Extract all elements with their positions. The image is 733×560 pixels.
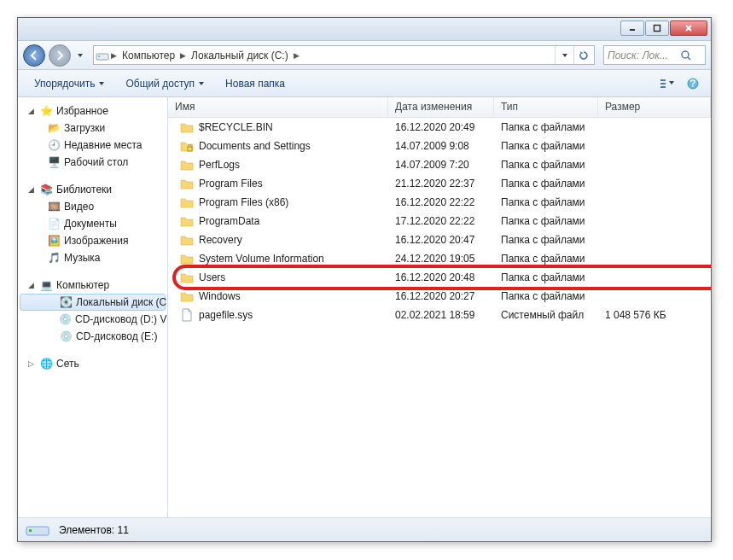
file-date: 14.07.2009 9:08: [388, 140, 494, 152]
file-row[interactable]: Documents and Settings14.07.2009 9:08Пап…: [168, 137, 711, 155]
file-row[interactable]: ProgramData17.12.2020 22:22Папка с файла…: [168, 212, 711, 230]
recent-icon: 🕘: [47, 138, 61, 152]
tree-desktop[interactable]: 🖥️Рабочий стол: [18, 154, 167, 171]
file-type: Папка с файлами: [494, 215, 598, 227]
library-icon: 📚: [39, 183, 53, 196]
file-name: Documents and Settings: [199, 140, 311, 152]
file-name: $RECYCLE.BIN: [199, 121, 273, 133]
folder-icon: [180, 214, 194, 228]
folder-icon: [180, 177, 194, 190]
col-size[interactable]: Размер: [598, 97, 711, 117]
breadcrumb-local-disk[interactable]: Локальный диск (C:): [188, 46, 292, 64]
svg-point-6: [682, 51, 689, 58]
file-row[interactable]: Users16.12.2020 20:48Папка с файлами: [168, 268, 711, 287]
maximize-button[interactable]: [645, 20, 669, 36]
document-icon: 📄: [47, 217, 61, 230]
svg-rect-1: [654, 26, 660, 32]
search-input[interactable]: [608, 50, 679, 61]
folder-icon: [180, 252, 194, 265]
file-row[interactable]: Program Files21.12.2020 22:37Папка с фай…: [168, 174, 711, 193]
tree-local-disk-c[interactable]: 💽Локальный диск (C:): [20, 294, 166, 311]
col-date[interactable]: Дата изменения: [388, 97, 494, 117]
share-button[interactable]: Общий доступ: [116, 73, 214, 94]
tree-cd-e[interactable]: 💿CD-дисковод (E:): [18, 328, 167, 345]
file-row[interactable]: System Volume Information24.12.2020 19:0…: [168, 249, 711, 268]
column-headers: Имя Дата изменения Тип Размер: [168, 97, 711, 118]
file-name: System Volume Information: [199, 253, 324, 265]
nav-tree[interactable]: ◢⭐Избранное 📂Загрузки 🕘Недавние места 🖥️…: [18, 97, 168, 517]
status-count: Элементов: 11: [59, 524, 129, 536]
tree-music[interactable]: 🎵Музыка: [18, 249, 167, 266]
folder-icon: [180, 158, 194, 172]
folder-icon: [180, 289, 194, 303]
address-dropdown[interactable]: [555, 46, 573, 64]
file-date: 16.12.2020 20:48: [388, 271, 494, 283]
col-name[interactable]: Имя: [168, 97, 388, 117]
file-name: PerfLogs: [199, 159, 240, 171]
chevron-right-icon: ▶: [178, 51, 188, 60]
forward-button[interactable]: [49, 44, 71, 67]
nav-history-dropdown[interactable]: [74, 46, 86, 65]
file-date: 16.12.2020 20:27: [388, 290, 494, 302]
file-date: 16.12.2020 20:47: [388, 234, 494, 246]
tree-computer[interactable]: ◢💻Компьютер: [18, 277, 167, 294]
address-bar[interactable]: ▶ Компьютер ▶ Локальный диск (C:) ▶: [93, 45, 595, 65]
file-list[interactable]: Имя Дата изменения Тип Размер $RECYCLE.B…: [168, 97, 711, 517]
folder-icon: [180, 233, 194, 247]
file-type: Папка с файлами: [494, 140, 598, 152]
minimize-button[interactable]: [620, 20, 644, 36]
tree-downloads[interactable]: 📂Загрузки: [18, 120, 167, 137]
tree-favorites[interactable]: ◢⭐Избранное: [18, 102, 167, 120]
refresh-button[interactable]: [573, 46, 592, 64]
tree-pictures[interactable]: 🖼️Изображения: [18, 232, 167, 249]
tree-recent[interactable]: 🕘Недавние места: [18, 137, 167, 154]
file-name: Windows: [199, 290, 241, 302]
chevron-right-icon: ▶: [292, 51, 301, 60]
file-row[interactable]: pagefile.sys02.02.2021 18:59Системный фа…: [168, 306, 711, 324]
view-button[interactable]: [656, 73, 678, 94]
titlebar: [18, 18, 711, 41]
music-icon: 🎵: [47, 251, 61, 265]
cd-icon: 💿: [59, 312, 72, 326]
help-button[interactable]: ?: [682, 73, 704, 94]
file-icon: [180, 308, 194, 322]
file-type: Папка с файлами: [494, 271, 598, 283]
search-box[interactable]: [603, 45, 706, 65]
tree-documents[interactable]: 📄Документы: [18, 215, 167, 232]
file-row[interactable]: Windows16.12.2020 20:27Папка с файлами: [168, 287, 711, 306]
file-date: 16.12.2020 22:22: [388, 196, 494, 208]
file-name: Users: [199, 271, 225, 283]
file-date: 24.12.2020 19:05: [388, 253, 494, 265]
file-name: pagefile.sys: [199, 309, 253, 321]
folder-icon: 📂: [47, 121, 61, 135]
cd-icon: 💿: [59, 330, 73, 343]
tree-video[interactable]: 🎞️Видео: [18, 198, 167, 215]
file-name: ProgramData: [199, 215, 259, 227]
organize-button[interactable]: Упорядочить: [25, 73, 114, 94]
chevron-down-icon: [198, 80, 205, 87]
file-row[interactable]: PerfLogs14.07.2009 7:20Папка с файлами: [168, 155, 711, 174]
tree-cd-d[interactable]: 💿CD-дисковод (D:) Vi: [18, 311, 167, 328]
new-folder-button[interactable]: Новая папка: [216, 73, 294, 94]
collapse-icon: ◢: [26, 107, 36, 116]
col-type[interactable]: Тип: [494, 97, 598, 117]
close-button[interactable]: [670, 20, 707, 36]
file-row[interactable]: $RECYCLE.BIN16.12.2020 20:49Папка с файл…: [168, 118, 711, 137]
search-icon: [679, 49, 693, 62]
file-date: 02.02.2021 18:59: [388, 309, 494, 321]
back-button[interactable]: [23, 44, 45, 67]
svg-rect-8: [660, 79, 666, 81]
explorer-window: ▶ Компьютер ▶ Локальный диск (C:) ▶ Упор…: [17, 17, 712, 542]
file-row[interactable]: Program Files (x86)16.12.2020 22:22Папка…: [168, 193, 711, 212]
collapse-icon: ◢: [26, 185, 36, 195]
tree-libraries[interactable]: ◢📚Библиотеки: [18, 181, 167, 198]
file-date: 21.12.2020 22:37: [388, 178, 494, 190]
tree-network[interactable]: ▷🌐Сеть: [18, 355, 167, 372]
breadcrumb-computer[interactable]: Компьютер: [119, 46, 178, 64]
file-type: Папка с файлами: [494, 196, 598, 208]
file-type: Папка с файлами: [494, 253, 598, 265]
body: ◢⭐Избранное 📂Загрузки 🕘Недавние места 🖥️…: [18, 97, 711, 517]
file-row[interactable]: Recovery16.12.2020 20:47Папка с файлами: [168, 230, 711, 249]
image-icon: 🖼️: [47, 234, 61, 248]
folder-icon: [180, 120, 194, 134]
